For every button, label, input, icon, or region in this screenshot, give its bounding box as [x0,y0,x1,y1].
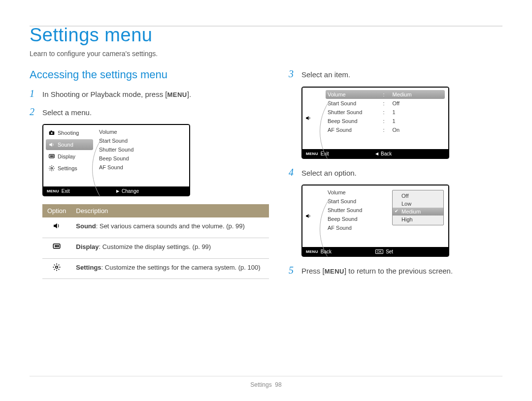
ok-icon: OK [375,249,383,254]
table-row: Settings: Customize the settings for the… [42,258,269,279]
option-item[interactable]: Beep Sound [97,154,186,163]
option-value: Medium [390,92,443,97]
right-arrow-icon: ▶ [116,189,119,193]
menu-tab-label: Sound [58,142,73,148]
svg-rect-9 [55,245,56,247]
table-header-option: Option [42,204,71,217]
menu-tab-display[interactable]: Display [46,151,93,162]
option-item[interactable]: Start Sound [97,136,186,145]
step-5: 5 Press [MENU] to return to the previous… [289,265,502,277]
left-column: Accessing the settings menu 1 In Shootin… [30,68,269,283]
option-value: 1 [390,109,443,115]
left-arrow-icon: ◀ [375,152,378,156]
lcd-select-option: Volume Start Sound Shutter Sound Beep So… [301,185,449,257]
svg-rect-2 [51,130,52,131]
page-title: Settings menu [30,25,502,46]
page-footer: Settings 98 [0,381,532,388]
row-desc: : Set various camera sounds and the volu… [96,222,245,230]
step-4-text: Select an option. [301,168,357,179]
step-number: 2 [30,106,37,118]
step-4: 4 Select an option. [289,167,502,179]
step-3-text: Select an item. [301,69,350,81]
table-header-description: Description [71,204,269,217]
volume-popup: Off Low Medium High [392,190,444,225]
step-5-text-a: Press [ [301,267,325,275]
step-1-text-b: ]. [187,90,191,98]
gear-icon [42,258,71,279]
option-item[interactable]: Start Sound:Off [326,99,445,108]
row-title: Sound [76,222,96,230]
lcd-footer: MENUExit ▶Change [43,186,190,196]
option-item[interactable]: Shutter Sound:1 [326,108,445,117]
row-desc: : Customize the display settings. (p. 99… [99,243,211,250]
menu-icon: MENU [47,189,59,193]
lcd-select-item: Volume:Medium Start Sound:Off Shutter So… [301,87,449,159]
menu-key-label: MENU [325,268,344,275]
footer-section-label: Settings [250,381,271,388]
menu-icon: MENU [306,152,318,156]
step-number: 3 [289,68,297,80]
step-3: 3 Select an item. [289,68,502,81]
footer-back-label: Back [381,151,392,156]
option-item[interactable]: Volume [97,127,186,136]
row-title: Display [76,243,99,250]
row-title: Settings [76,264,101,271]
option-item[interactable]: Shutter Sound [97,145,186,154]
menu-tab-settings[interactable]: Settings [46,163,93,174]
popup-option-selected[interactable]: Medium [393,208,443,216]
svg-rect-10 [56,245,57,247]
svg-point-12 [56,266,58,268]
step-1-text-a: In Shooting or Playback mode, press [ [42,90,167,98]
step-2-text: Select a menu. [42,107,92,119]
option-value: On [390,127,443,133]
option-item[interactable]: Beep Sound:1 [326,117,445,125]
menu-tab-shooting[interactable]: Shooting [46,127,93,138]
right-column: 3 Select an item. Volume:Medium Start So… [289,68,502,283]
step-number: 1 [30,88,37,99]
footer-exit-label: Exit [321,151,329,156]
popup-option[interactable]: High [393,216,443,223]
step-number: 4 [289,167,297,178]
menu-tab-label: Settings [58,165,77,171]
footer-back-label: Back [321,249,332,254]
svg-rect-6 [53,155,54,157]
option-item[interactable]: AF Sound [97,163,186,172]
option-item[interactable]: Volume:Medium [326,90,445,99]
footer-page-number: 98 [275,381,281,388]
divider-bottom [30,376,502,376]
step-number: 5 [289,265,297,276]
table-row: Sound: Set various camera sounds and the… [42,217,269,238]
menu-tab-label: Shooting [58,130,79,136]
svg-point-7 [51,167,53,169]
footer-set-label: Set [386,249,393,254]
options-description-table: Option Description Sound: Set various ca… [42,204,269,279]
step-2: 2 Select a menu. [30,106,269,119]
popup-option[interactable]: Off [393,192,443,200]
row-desc: : Customize the settings for the camera … [101,264,261,271]
table-row: Display: Customize the display settings.… [42,238,269,258]
speaker-icon [305,213,312,219]
svg-rect-11 [58,245,59,247]
speaker-icon [48,141,55,148]
svg-rect-4 [50,155,51,157]
lcd-footer: MENUBack OKSet [302,247,449,256]
step-5-text-b: ] to return to the previous screen. [344,267,453,275]
step-1: 1 In Shooting or Playback mode, press [M… [30,88,269,100]
option-value: 1 [390,118,443,124]
divider-top [30,26,502,27]
svg-rect-5 [51,155,52,157]
lcd-footer: MENUExit ◀Back [302,149,449,158]
gear-icon [48,165,55,172]
footer-exit-label: Exit [62,188,70,194]
popup-option[interactable]: Low [393,200,443,208]
option-item[interactable]: AF Sound:On [326,125,445,134]
option-value: Off [390,100,443,106]
page-subtitle: Learn to configure your camera's setting… [30,50,502,58]
section-heading: Accessing the settings menu [30,68,269,81]
menu-key-label: MENU [167,91,187,98]
menu-tab-label: Display [58,154,75,159]
menu-tab-sound[interactable]: Sound [46,139,93,150]
display-icon [42,238,71,258]
svg-point-1 [51,132,53,134]
speaker-icon [42,217,71,238]
